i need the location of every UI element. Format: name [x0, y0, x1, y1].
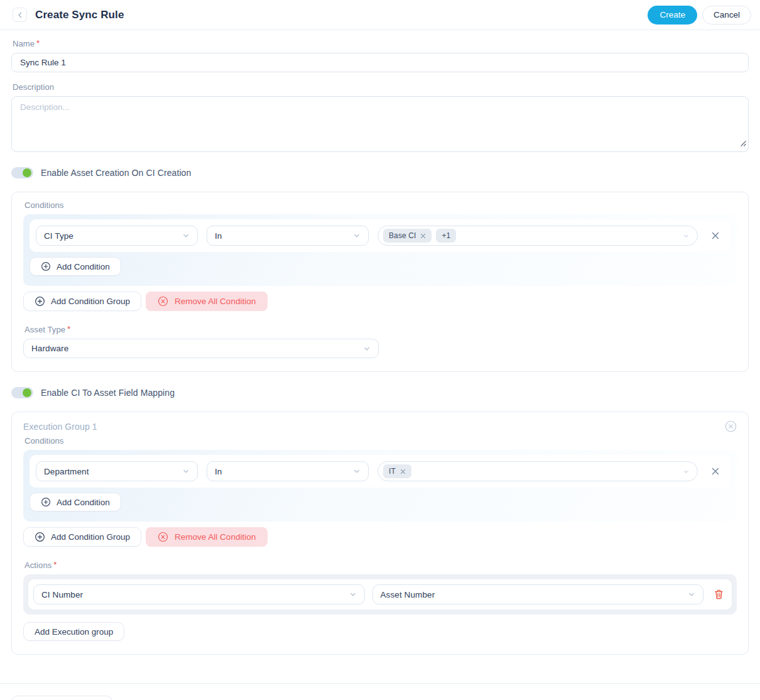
actions-label: Actions*: [24, 561, 737, 570]
condition-group-buttons: Add Condition Group Remove All Condition: [23, 527, 737, 547]
condition-field-select[interactable]: Department: [36, 461, 198, 481]
asset-type-label: Asset Type*: [24, 325, 737, 334]
create-button[interactable]: Create: [648, 6, 697, 25]
execution-group-header: Execution Group 1: [23, 420, 737, 432]
conditions-label: Conditions: [24, 436, 737, 446]
field-mapping-toggle[interactable]: [11, 387, 33, 398]
plus-circle-icon: [41, 261, 51, 271]
condition-operator-select[interactable]: In: [207, 226, 369, 246]
toggle-row-field-mapping: Enable CI To Asset Field Mapping: [11, 387, 749, 398]
condition-group: CI Type In Base CI: [23, 214, 737, 286]
plus-circle-icon: [35, 532, 45, 542]
add-execution-group-inner-button[interactable]: Add Execution group: [23, 622, 124, 641]
field-mapping-toggle-label: Enable CI To Asset Field Mapping: [41, 388, 175, 398]
footer: Add Execution group: [11, 696, 760, 700]
close-icon: [710, 233, 720, 243]
remove-all-condition-button[interactable]: Remove All Condition: [146, 292, 268, 311]
actions-group: CI Number Asset Number: [23, 574, 737, 615]
asset-type-select[interactable]: Hardware: [23, 339, 379, 358]
add-execution-group-button[interactable]: Add Execution group: [11, 696, 112, 700]
add-condition-group-button[interactable]: Add Condition Group: [23, 292, 141, 311]
remove-all-condition-button[interactable]: Remove All Condition: [146, 527, 268, 547]
condition-values-multiselect[interactable]: Base CI +1: [377, 226, 698, 246]
description-label: Description: [13, 82, 749, 92]
page-header: Create Sync Rule Create Cancel: [0, 0, 760, 30]
chevron-down-icon: [353, 232, 361, 239]
add-condition-button[interactable]: Add Condition: [30, 493, 121, 511]
remove-execution-group-button[interactable]: [725, 420, 737, 432]
condition-row: Department In IT: [30, 455, 730, 488]
name-input[interactable]: [11, 53, 749, 72]
condition-operator-select[interactable]: In: [207, 461, 369, 481]
condition-values-multiselect[interactable]: IT: [377, 461, 698, 481]
x-circle-icon: [158, 296, 168, 307]
tag-remove-icon[interactable]: [400, 469, 406, 474]
delete-mapping-button[interactable]: [713, 588, 725, 601]
execution-group-title: Execution Group 1: [23, 422, 97, 432]
trash-icon: [714, 592, 724, 601]
plus-circle-icon: [35, 296, 45, 307]
conditions-label: Conditions: [24, 200, 737, 210]
footer-divider: [0, 683, 760, 684]
asset-field-select[interactable]: Asset Number: [372, 584, 704, 604]
remove-condition-row-button[interactable]: [709, 465, 722, 478]
chevron-down-icon: [688, 591, 695, 598]
value-tag: IT: [383, 464, 411, 478]
condition-row: CI Type In Base CI: [30, 219, 730, 252]
toggle-knob: [23, 388, 31, 397]
chevron-down-icon: [182, 468, 190, 475]
value-tag: Base CI: [383, 229, 432, 243]
toggle-knob: [23, 168, 31, 177]
description-field-wrap: [11, 96, 749, 152]
condition-group-buttons: Add Condition Group Remove All Condition: [23, 292, 737, 311]
back-button[interactable]: [13, 8, 27, 22]
page-title: Create Sync Rule: [35, 9, 124, 21]
asset-creation-toggle[interactable]: [11, 167, 33, 178]
required-asterisk: *: [67, 325, 70, 334]
required-asterisk: *: [53, 561, 57, 570]
header-actions: Create Cancel: [648, 6, 751, 25]
chevron-down-icon: [353, 468, 361, 475]
chevron-down-icon: [683, 468, 690, 475]
tag-remove-icon[interactable]: [420, 233, 426, 239]
execution-group-panel: Execution Group 1 Conditions Department: [11, 412, 749, 655]
action-mapping-row: CI Number Asset Number: [28, 579, 732, 610]
value-tag-more[interactable]: +1: [436, 229, 456, 243]
condition-field-select[interactable]: CI Type: [36, 226, 198, 246]
add-condition-button[interactable]: Add Condition: [30, 257, 121, 276]
asset-creation-toggle-label: Enable Asset Creation On CI Creation: [41, 168, 191, 178]
form-content: Name* Description Enable Asset Creation …: [0, 30, 760, 674]
chevron-down-icon: [182, 232, 190, 239]
required-asterisk: *: [36, 39, 40, 47]
cancel-button[interactable]: Cancel: [702, 6, 751, 25]
chevron-down-icon: [363, 345, 371, 353]
plus-circle-icon: [41, 497, 51, 507]
close-icon: [710, 469, 720, 478]
x-circle-icon: [725, 425, 737, 434]
chevron-down-icon: [349, 591, 357, 598]
name-label: Name*: [13, 39, 749, 48]
condition-group: Department In IT: [23, 450, 737, 522]
chevron-left-icon: [17, 12, 23, 18]
chevron-down-icon: [683, 232, 690, 239]
x-circle-icon: [158, 532, 168, 542]
remove-condition-row-button[interactable]: [709, 229, 722, 242]
add-condition-group-button[interactable]: Add Condition Group: [23, 527, 141, 547]
ci-field-select[interactable]: CI Number: [33, 584, 365, 604]
toggle-row-asset-creation: Enable Asset Creation On CI Creation: [11, 167, 749, 178]
description-textarea[interactable]: [11, 96, 749, 152]
conditions-panel: Conditions CI Type In Ba: [11, 192, 749, 372]
